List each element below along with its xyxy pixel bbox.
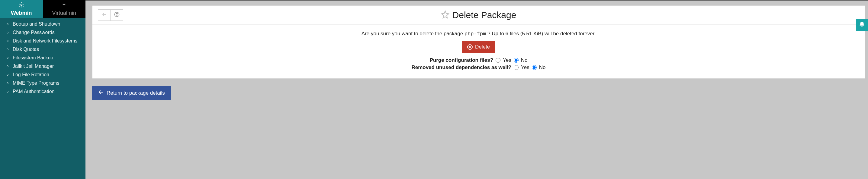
sidebar-item-disk-quotas[interactable]: Disk Quotas bbox=[0, 45, 86, 53]
purge-yes-label: Yes bbox=[503, 57, 511, 63]
bullet-icon bbox=[7, 74, 8, 76]
purge-label: Purge configuration files? bbox=[430, 57, 493, 63]
sidebar-item-label: Filesystem Backup bbox=[13, 55, 53, 61]
purge-no-radio[interactable] bbox=[514, 58, 519, 63]
sidebar-item-change-passwords[interactable]: Change Passwords bbox=[0, 28, 86, 37]
bullet-icon bbox=[7, 40, 8, 42]
sidebar-tabs: Webmin Virtualmin bbox=[0, 0, 86, 18]
confirm-prefix: Are you sure you want to delete the pack… bbox=[362, 31, 465, 36]
tab-webmin-label: Webmin bbox=[11, 10, 32, 16]
sidebar-item-label: Disk and Network Filesystems bbox=[13, 38, 77, 44]
help-button[interactable] bbox=[111, 9, 123, 21]
sidebar-item-disk-network-filesystems[interactable]: Disk and Network Filesystems bbox=[0, 37, 86, 45]
deps-label: Removed unused dependencies as well? bbox=[411, 65, 511, 71]
bullet-icon bbox=[7, 23, 8, 25]
top-stripe bbox=[86, 0, 868, 1]
toolbar bbox=[98, 9, 123, 21]
tab-virtualmin-label: Virtualmin bbox=[52, 10, 76, 16]
svg-point-2 bbox=[117, 15, 117, 16]
chevron-down-icon bbox=[61, 2, 67, 9]
option-deps: Removed unused dependencies as well? Yes… bbox=[101, 65, 856, 71]
panel-body: Are you sure you want to delete the pack… bbox=[92, 25, 865, 78]
sidebar-item-mime-type-programs[interactable]: MIME Type Programs bbox=[0, 79, 86, 87]
star-icon[interactable] bbox=[441, 10, 450, 20]
page-title: Delete Package bbox=[453, 10, 517, 20]
panel: Delete Package Are you sure you want to … bbox=[92, 5, 865, 79]
sidebar-item-label: Log File Rotation bbox=[13, 72, 49, 77]
deps-no-radio[interactable] bbox=[532, 65, 537, 70]
deps-yes-label: Yes bbox=[521, 65, 529, 71]
sidebar-item-label: Change Passwords bbox=[13, 30, 55, 35]
title-wrap: Delete Package bbox=[123, 10, 834, 20]
deps-yes-radio[interactable] bbox=[514, 65, 519, 70]
purge-yes-radio[interactable] bbox=[496, 58, 500, 63]
bullet-icon bbox=[7, 48, 8, 50]
arrow-left-icon bbox=[101, 11, 107, 19]
arrow-left-icon bbox=[98, 90, 103, 97]
tab-webmin[interactable]: Webmin bbox=[0, 0, 43, 18]
svg-point-0 bbox=[21, 4, 22, 6]
sidebar-item-bootup-shutdown[interactable]: Bootup and Shutdown bbox=[0, 20, 86, 28]
bullet-icon bbox=[7, 57, 8, 59]
main-content: Delete Package Are you sure you want to … bbox=[86, 0, 868, 179]
webmin-icon bbox=[18, 2, 25, 9]
sidebar-item-label: MIME Type Programs bbox=[13, 80, 59, 86]
sidebar-list: Bootup and Shutdown Change Passwords Dis… bbox=[0, 18, 86, 96]
return-button[interactable]: Return to package details bbox=[92, 86, 171, 100]
sidebar-item-log-file-rotation[interactable]: Log File Rotation bbox=[0, 71, 86, 79]
deps-no-label: No bbox=[539, 65, 546, 71]
sidebar: Webmin Virtualmin Bootup and Shutdown Ch… bbox=[0, 0, 86, 179]
confirm-text: Are you sure you want to delete the pack… bbox=[101, 31, 856, 37]
delete-button[interactable]: ✕ Delete bbox=[462, 41, 495, 53]
delete-button-label: Delete bbox=[475, 44, 490, 50]
sidebar-item-label: Disk Quotas bbox=[13, 47, 39, 52]
back-button[interactable] bbox=[98, 9, 111, 21]
bullet-icon bbox=[7, 91, 8, 93]
sidebar-item-filesystem-backup[interactable]: Filesystem Backup bbox=[0, 53, 86, 62]
notifications-button[interactable] bbox=[856, 19, 868, 31]
sidebar-item-label: PAM Authentication bbox=[13, 89, 54, 94]
bullet-icon bbox=[7, 82, 8, 84]
delete-icon: ✕ bbox=[467, 44, 473, 50]
tab-virtualmin[interactable]: Virtualmin bbox=[43, 0, 86, 18]
sidebar-item-label: Jailkit Jail Manager bbox=[13, 64, 54, 69]
bullet-icon bbox=[7, 32, 8, 33]
package-name: php-fpm bbox=[465, 31, 486, 37]
panel-header: Delete Package bbox=[92, 6, 865, 25]
sidebar-item-jailkit[interactable]: Jailkit Jail Manager bbox=[0, 62, 86, 71]
purge-no-label: No bbox=[521, 57, 528, 63]
return-button-label: Return to package details bbox=[106, 90, 165, 96]
question-icon bbox=[114, 12, 120, 19]
sidebar-item-label: Bootup and Shutdown bbox=[13, 22, 60, 27]
bullet-icon bbox=[7, 65, 8, 67]
confirm-suffix: ? Up to 6 files (5.51 KiB) will be delet… bbox=[486, 31, 596, 36]
bell-icon bbox=[859, 21, 865, 29]
option-purge: Purge configuration files? Yes No bbox=[101, 57, 856, 63]
sidebar-item-pam-authentication[interactable]: PAM Authentication bbox=[0, 87, 86, 96]
